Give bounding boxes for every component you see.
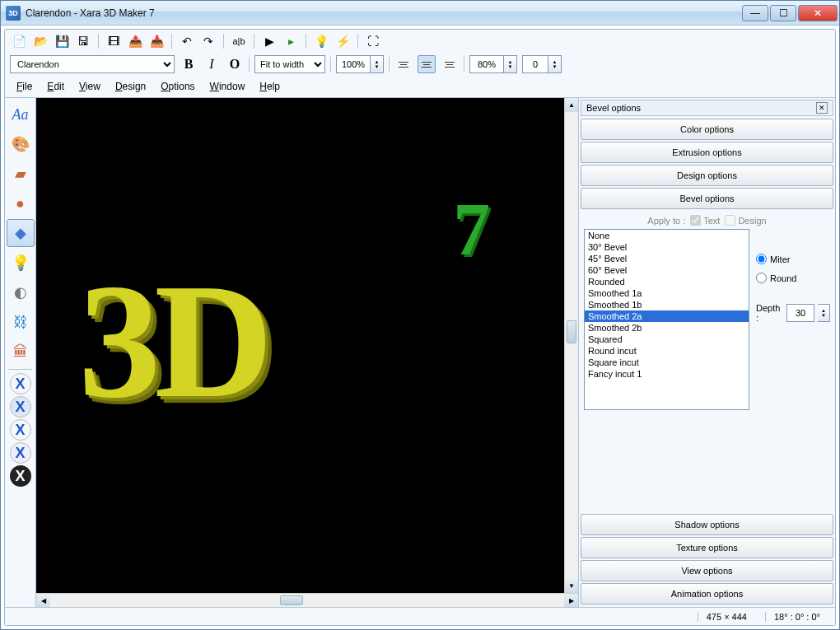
font-select[interactable]: Clarendon bbox=[10, 55, 175, 73]
minimize-button[interactable]: — bbox=[742, 5, 768, 21]
x2-tool[interactable]: X bbox=[10, 396, 31, 418]
bevel-list-item[interactable]: Square incut bbox=[585, 357, 749, 368]
align-center-button[interactable] bbox=[418, 55, 436, 73]
zoom-spinner[interactable]: ▲▼ bbox=[371, 55, 384, 73]
bold-button[interactable]: B bbox=[180, 55, 198, 73]
horizontal-scrollbar[interactable]: ◀ ▶ bbox=[36, 593, 578, 607]
bevel-list-item[interactable]: Fancy incut 1 bbox=[585, 368, 749, 380]
animation-button[interactable]: 🎞 bbox=[105, 32, 123, 50]
align-right-button[interactable] bbox=[441, 55, 459, 73]
undo-button[interactable]: ↶ bbox=[178, 32, 196, 50]
depth-input[interactable] bbox=[786, 304, 814, 322]
canvas-3d-text: 3D bbox=[78, 246, 266, 435]
flash-button[interactable]: ⚡ bbox=[334, 32, 352, 50]
bevel-list-item[interactable]: 45° Bevel bbox=[585, 253, 749, 264]
close-button[interactable]: ✕ bbox=[798, 5, 838, 21]
italic-button[interactable]: I bbox=[203, 55, 221, 73]
bevel-list-item[interactable]: Round incut bbox=[585, 345, 749, 357]
menu-file[interactable]: File bbox=[10, 79, 39, 94]
texture-options-button[interactable]: Texture options bbox=[581, 537, 833, 558]
scroll-right-arrow[interactable]: ▶ bbox=[564, 594, 578, 607]
texture-tool[interactable]: ◐ bbox=[7, 278, 35, 306]
bevel-list[interactable]: None30° Bevel45° Bevel60° BevelRoundedSm… bbox=[584, 229, 749, 410]
link-tool[interactable]: ⛓ bbox=[7, 308, 35, 336]
import-button[interactable]: 📥 bbox=[147, 32, 166, 50]
menu-view[interactable]: View bbox=[72, 79, 107, 94]
save-as-button[interactable]: 🖫 bbox=[74, 32, 92, 50]
x1-tool[interactable]: X bbox=[10, 373, 31, 394]
extrusion-options-button[interactable]: Extrusion options bbox=[581, 142, 833, 163]
extrude-tool[interactable]: ▰ bbox=[7, 160, 35, 188]
color-options-button[interactable]: Color options bbox=[581, 119, 833, 140]
scroll-down-arrow[interactable]: ▼ bbox=[565, 579, 578, 593]
vscroll-thumb[interactable] bbox=[567, 320, 576, 343]
apply-design-checkbox[interactable]: Design bbox=[725, 215, 766, 226]
tracking-input[interactable] bbox=[469, 55, 504, 73]
separator bbox=[464, 57, 464, 72]
baseline-spinner[interactable]: ▲▼ bbox=[548, 55, 562, 73]
menu-help[interactable]: Help bbox=[253, 79, 287, 94]
light-tool[interactable]: 💡 bbox=[7, 249, 35, 277]
light-button[interactable]: 💡 bbox=[312, 32, 330, 50]
apply-text-checkbox[interactable]: Text bbox=[690, 215, 720, 226]
fit-select[interactable]: Fit to width bbox=[254, 55, 325, 73]
save-button[interactable]: 💾 bbox=[53, 32, 71, 50]
bevel-list-item[interactable]: Smoothed 1b bbox=[585, 299, 749, 310]
bevel-list-item[interactable]: None bbox=[585, 230, 749, 241]
x3-tool[interactable]: X bbox=[10, 419, 31, 441]
align-left-button[interactable] bbox=[394, 55, 413, 73]
tracking-spinner[interactable]: ▲▼ bbox=[504, 55, 517, 73]
scroll-left-arrow[interactable]: ◀ bbox=[36, 594, 50, 607]
bevel-list-item[interactable]: 30° Bevel bbox=[585, 241, 749, 253]
text-tool[interactable]: Aa bbox=[7, 100, 35, 128]
bevel-options-button[interactable]: Bevel options bbox=[581, 188, 833, 209]
menu-design[interactable]: Design bbox=[109, 79, 152, 94]
depth-spinner[interactable]: ▲▼ bbox=[818, 304, 830, 322]
toolbar-format: Clarendon B I O Fit to width ▲▼ ▲▼ ▲▼ bbox=[5, 53, 835, 76]
bevel-list-item[interactable]: 60° Bevel bbox=[585, 264, 749, 276]
export-button[interactable]: 📤 bbox=[126, 32, 144, 50]
view-options-button[interactable]: View options bbox=[581, 560, 833, 581]
hscroll-thumb[interactable] bbox=[280, 595, 303, 605]
depth-label: Depth : bbox=[756, 303, 783, 323]
separator bbox=[98, 34, 99, 49]
x4-tool[interactable]: X bbox=[10, 442, 31, 464]
new-button[interactable]: 📄 bbox=[10, 32, 28, 50]
x5-tool[interactable]: X bbox=[10, 465, 31, 487]
round-radio[interactable]: Round bbox=[756, 273, 830, 283]
animation-options-button[interactable]: Animation options bbox=[581, 583, 833, 604]
panel-title: Bevel options bbox=[586, 103, 641, 113]
bevel-list-item[interactable]: Rounded bbox=[585, 276, 749, 287]
building-tool[interactable]: 🏛 bbox=[7, 338, 35, 366]
zoom-input[interactable] bbox=[336, 55, 371, 73]
redo-button[interactable]: ↷ bbox=[199, 32, 217, 50]
panel-close-button[interactable]: ✕ bbox=[816, 102, 828, 114]
design-options-button[interactable]: Design options bbox=[581, 165, 833, 186]
open-button[interactable]: 📂 bbox=[31, 32, 49, 50]
bevel-list-item[interactable]: Smoothed 1a bbox=[585, 287, 749, 299]
shadow-options-button[interactable]: Shadow options bbox=[581, 514, 833, 535]
baseline-control: ▲▼ bbox=[522, 55, 562, 73]
bevel-list-item[interactable]: Smoothed 2b bbox=[585, 322, 749, 334]
fullscreen-button[interactable]: ⛶ bbox=[364, 32, 382, 50]
baseline-input[interactable] bbox=[522, 55, 548, 73]
miter-radio[interactable]: Miter bbox=[756, 254, 830, 264]
outline-button[interactable]: O bbox=[226, 55, 244, 73]
text-button[interactable]: a|b bbox=[230, 32, 248, 50]
bevel-list-item[interactable]: Smoothed 2a bbox=[585, 310, 749, 322]
scroll-up-arrow[interactable]: ▲ bbox=[565, 98, 578, 112]
bevel-list-item[interactable]: Squared bbox=[585, 334, 749, 345]
sphere-tool[interactable]: ● bbox=[7, 189, 35, 217]
step-button[interactable]: ▸ bbox=[282, 32, 300, 50]
vertical-scrollbar[interactable]: ▲ ▼ bbox=[564, 98, 578, 593]
play-button[interactable]: ▶ bbox=[260, 32, 278, 50]
maximize-button[interactable]: ☐ bbox=[770, 5, 796, 21]
menu-options[interactable]: Options bbox=[154, 79, 201, 94]
menu-edit[interactable]: Edit bbox=[40, 79, 71, 94]
menu-window[interactable]: Window bbox=[203, 79, 252, 94]
color-tool[interactable]: 🎨 bbox=[7, 130, 35, 158]
canvas[interactable]: 3D 7 bbox=[36, 98, 564, 593]
main-area: Aa 🎨 ▰ ● ◆ 💡 ◐ ⛓ 🏛 X X X X X 3D 7 ▲ bbox=[5, 97, 835, 607]
bevel-tool[interactable]: ◆ bbox=[7, 219, 35, 247]
separator bbox=[254, 34, 254, 49]
